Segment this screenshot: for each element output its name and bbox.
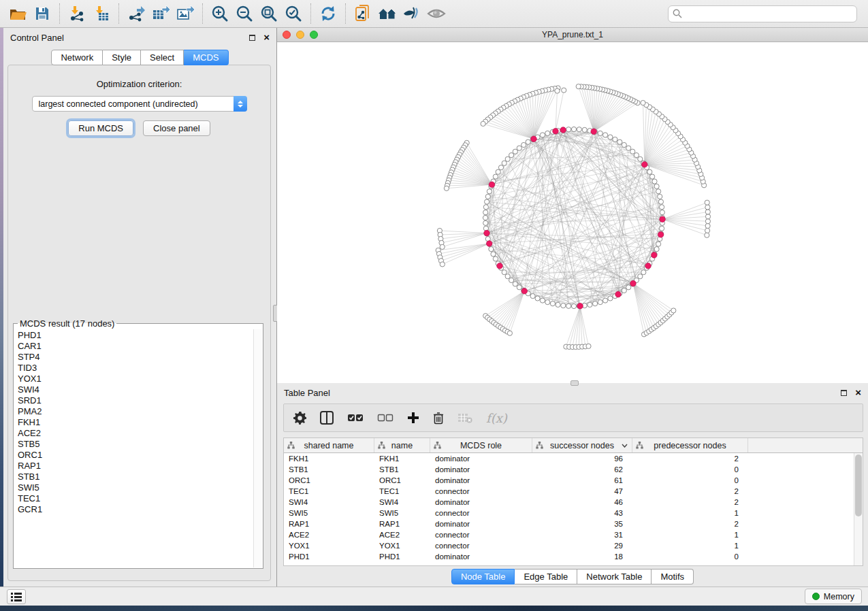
network-node[interactable] [608,296,613,301]
network-node[interactable] [493,257,498,261]
cell-MCDS-role[interactable]: connector [430,529,532,540]
network-node[interactable] [705,219,710,224]
network-node[interactable] [540,298,545,303]
network-node[interactable] [556,302,560,307]
network-node[interactable] [617,139,622,144]
mcds-result-item[interactable]: PHD1 [18,330,252,341]
network-svg[interactable] [277,42,868,382]
cell-predecessor-nodes[interactable]: 2 [632,486,748,497]
cell-shared-name[interactable]: ORC1 [284,475,374,486]
cell-name[interactable]: FKH1 [374,453,430,464]
cell-successor-nodes[interactable]: 61 [532,475,632,486]
network-node[interactable] [487,189,492,194]
cell-MCDS-role[interactable]: dominator [430,453,532,464]
cell-predecessor-nodes[interactable]: 2 [632,518,748,529]
cell-name[interactable]: ACE2 [374,529,430,540]
zoom-fit-button[interactable] [257,2,281,25]
tab-style[interactable]: Style [103,50,141,65]
network-node[interactable] [562,88,566,93]
add-row-button[interactable] [407,412,419,424]
mcds-hub-node[interactable] [642,162,648,168]
cell-MCDS-role[interactable]: connector [430,508,532,518]
network-node[interactable] [641,270,646,275]
table-row[interactable]: FKH1FKH1dominator962 [284,453,863,464]
mcds-hub-node[interactable] [489,182,495,188]
mcds-hub-node[interactable] [486,241,492,247]
network-node[interactable] [654,184,659,188]
save-session-button[interactable] [30,2,54,25]
column-header-shared-name[interactable]: shared name [284,438,374,452]
mcds-result-item[interactable]: RAP1 [18,461,252,472]
network-node[interactable] [555,88,560,93]
mcds-result-item[interactable]: STP4 [18,352,252,363]
network-window-titlebar[interactable]: YPA_prune.txt_1 [277,28,868,42]
network-node[interactable] [658,199,663,204]
cell-successor-nodes[interactable]: 18 [532,551,632,562]
network-node[interactable] [440,262,445,267]
cell-predecessor-nodes[interactable]: 0 [632,475,748,486]
mcds-hub-node[interactable] [521,288,528,295]
cell-name[interactable]: YOX1 [374,540,430,551]
cell-predecessor-nodes[interactable]: 0 [632,551,748,562]
network-node[interactable] [705,233,709,237]
cell-MCDS-role[interactable]: dominator [430,497,532,508]
network-node[interactable] [493,174,498,179]
cell-name[interactable]: SWI5 [374,508,430,518]
network-node[interactable] [586,344,591,348]
export-image-button[interactable] [173,2,197,25]
network-node[interactable] [656,189,661,194]
cell-shared-name[interactable]: TEC1 [284,486,374,497]
mcds-result-item[interactable]: TEC1 [18,493,252,504]
cell-successor-nodes[interactable]: 96 [532,453,632,464]
network-node[interactable] [485,194,490,199]
network-node[interactable] [593,301,598,306]
network-node[interactable] [660,205,664,210]
cell-successor-nodes[interactable]: 43 [532,508,632,518]
table-row[interactable]: ACE2ACE2connector311 [284,529,863,540]
network-node[interactable] [566,127,571,132]
cell-successor-nodes[interactable]: 35 [532,518,632,529]
zoom-out-button[interactable] [232,2,257,25]
table-scrollbar-thumb[interactable] [855,455,862,516]
mcds-result-item[interactable]: TID3 [18,363,252,374]
cell-predecessor-nodes[interactable]: 1 [632,529,748,540]
network-node[interactable] [626,285,631,290]
zoom-selected-button[interactable] [281,2,306,25]
network-node[interactable] [530,294,535,299]
network-node[interactable] [634,153,639,158]
network-node[interactable] [603,298,608,303]
network-node[interactable] [491,252,496,257]
mcds-result-item[interactable]: FKH1 [18,417,252,428]
cell-successor-nodes[interactable]: 29 [532,540,632,551]
network-node[interactable] [509,278,514,282]
tab-node-table[interactable]: Node Table [451,569,515,584]
cell-shared-name[interactable]: PHD1 [284,551,374,562]
network-node[interactable] [509,153,514,158]
tab-motifs[interactable]: Motifs [652,569,694,584]
float-table-panel-icon[interactable] [841,390,847,396]
network-node[interactable] [444,186,449,191]
mcds-result-item[interactable]: SWI4 [18,384,252,395]
network-node[interactable] [489,247,494,252]
network-node[interactable] [576,84,581,89]
show-visibility-button[interactable] [424,2,449,25]
tab-select[interactable]: Select [141,50,184,65]
mcds-hub-node[interactable] [497,263,503,269]
network-node[interactable] [608,135,613,139]
network-node[interactable] [598,131,602,135]
table-row[interactable]: TEC1TEC1connector472 [284,486,863,497]
table-row[interactable]: SWI5SWI5connector431 [284,508,863,518]
network-node[interactable] [485,199,489,204]
network-node[interactable] [641,101,645,105]
network-node[interactable] [671,308,676,313]
network-node[interactable] [507,331,512,335]
network-node[interactable] [505,274,510,279]
cell-MCDS-role[interactable]: connector [430,486,532,497]
network-node[interactable] [545,300,550,305]
mcds-result-item[interactable]: YOX1 [18,374,252,384]
network-node[interactable] [656,242,661,246]
network-node[interactable] [630,149,635,154]
table-settings-button[interactable] [293,412,306,425]
close-panel-icon[interactable]: × [263,33,270,42]
open-session-button[interactable] [5,2,30,25]
